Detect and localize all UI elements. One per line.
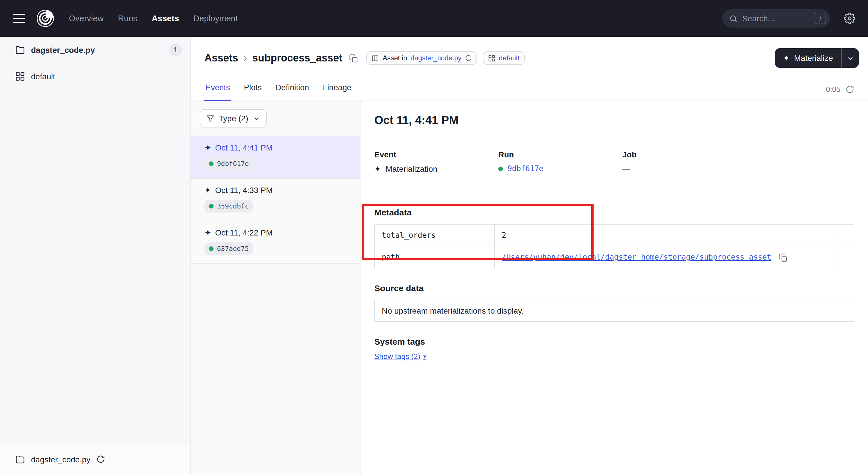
event-list-item[interactable]: ✦ Oct 11, 4:33 PM 359cdbfc bbox=[191, 178, 360, 220]
nav-item-deployment[interactable]: Deployment bbox=[193, 14, 238, 23]
top-navbar: Overview Runs Assets Deployment / bbox=[0, 0, 868, 37]
tab-plots[interactable]: Plots bbox=[243, 77, 263, 101]
metadata-key: total_orders bbox=[375, 224, 495, 246]
grid-icon bbox=[488, 54, 495, 62]
search-input[interactable] bbox=[742, 14, 810, 23]
event-type-value: Materialization bbox=[385, 164, 437, 174]
materialize-button[interactable]: ✦ Materialize bbox=[775, 48, 842, 68]
run-id-pill[interactable]: 359cdbfc bbox=[205, 200, 253, 212]
show-tags-toggle[interactable]: Show tags (2) ▾ bbox=[374, 352, 426, 361]
asset-chip-code-location-link[interactable]: dagster_code.py bbox=[410, 54, 461, 62]
main-panel: Assets › subprocess_asset bbox=[191, 37, 868, 475]
group-chip: default bbox=[483, 51, 525, 65]
event-detail-panel: Oct 11, 4:41 PM Event ✦ Materialization … bbox=[361, 101, 868, 475]
filter-icon bbox=[207, 115, 214, 122]
nav-item-runs[interactable]: Runs bbox=[118, 14, 137, 23]
materialization-icon: ✦ bbox=[205, 144, 211, 152]
tab-lineage[interactable]: Lineage bbox=[322, 77, 353, 101]
table-icon bbox=[372, 54, 379, 62]
footer-code-location-label: dagster_code.py bbox=[31, 455, 90, 464]
gear-icon[interactable] bbox=[844, 12, 856, 24]
asset-header: Assets › subprocess_asset bbox=[191, 37, 868, 68]
menu-icon[interactable] bbox=[12, 14, 25, 23]
chevron-down-icon bbox=[253, 115, 260, 122]
asset-chip-prefix: Asset in bbox=[383, 54, 407, 62]
page-title: subprocess_asset bbox=[252, 52, 342, 64]
asset-count-badge: 1 bbox=[169, 43, 182, 56]
group-chip-link[interactable]: default bbox=[499, 54, 520, 62]
event-summary: Event ✦ Materialization Run 9dbf617e bbox=[374, 150, 854, 174]
metadata-action-cell bbox=[838, 246, 854, 268]
run-status-dot bbox=[498, 166, 503, 171]
tab-events[interactable]: Events bbox=[205, 77, 231, 101]
type-filter-label: Type (2) bbox=[219, 114, 248, 123]
metadata-row: total_orders 2 bbox=[375, 224, 854, 246]
copy-path-icon[interactable] bbox=[778, 253, 787, 262]
source-data-heading: Source data bbox=[374, 283, 854, 293]
sparkle-icon: ✦ bbox=[783, 54, 789, 62]
event-list-item[interactable]: ✦ Oct 11, 4:41 PM 9dbf617e bbox=[191, 136, 360, 178]
sidebar-item-code-location[interactable]: dagster_code.py 1 bbox=[0, 37, 190, 63]
asset-location-chip: Asset in dagster_code.py bbox=[367, 51, 477, 65]
search-icon bbox=[729, 14, 738, 23]
code-location-label: dagster_code.py bbox=[31, 45, 95, 54]
metadata-row: path /Users/yuhan/dev/local/dagster_home… bbox=[375, 246, 854, 268]
asset-tabs: Events Plots Definition Lineage 0:05 bbox=[191, 77, 868, 101]
event-timestamp: Oct 11, 4:22 PM bbox=[215, 228, 272, 237]
run-id: 359cdbfc bbox=[217, 202, 249, 210]
run-status-dot bbox=[209, 204, 214, 208]
reload-icon[interactable] bbox=[465, 55, 472, 61]
event-detail-title: Oct 11, 4:41 PM bbox=[374, 114, 854, 127]
sidebar-footer-code-location[interactable]: dagster_code.py bbox=[0, 443, 190, 475]
event-label: Event bbox=[374, 150, 498, 159]
refresh-icon[interactable] bbox=[846, 85, 854, 94]
metadata-key: path bbox=[375, 246, 495, 268]
search-box[interactable]: / bbox=[722, 9, 830, 28]
run-id-link[interactable]: 9dbf617e bbox=[507, 164, 544, 173]
sidebar-item-group-default[interactable]: default bbox=[0, 63, 190, 90]
breadcrumb: Assets › subprocess_asset bbox=[205, 52, 342, 64]
breadcrumb-assets[interactable]: Assets bbox=[205, 52, 238, 64]
dagster-logo-icon[interactable] bbox=[36, 9, 55, 28]
group-label: default bbox=[31, 72, 55, 81]
metadata-action-cell bbox=[838, 224, 854, 246]
type-filter-button[interactable]: Type (2) bbox=[200, 109, 267, 127]
copy-asset-name-icon[interactable] bbox=[349, 54, 359, 63]
folder-icon bbox=[15, 44, 25, 55]
event-timestamp: Oct 11, 4:41 PM bbox=[215, 143, 272, 152]
run-status-dot bbox=[209, 246, 214, 251]
folder-icon bbox=[15, 454, 25, 464]
metadata-table: total_orders 2 path /Users/yuhan/dev/loc… bbox=[374, 224, 854, 268]
reload-location-icon[interactable] bbox=[96, 455, 105, 464]
show-tags-label: Show tags (2) bbox=[374, 352, 420, 361]
job-label: Job bbox=[622, 150, 854, 159]
app-viewport: Overview Runs Assets Deployment / bbox=[0, 0, 868, 475]
tab-definition[interactable]: Definition bbox=[274, 77, 310, 101]
materialize-dropdown-icon[interactable] bbox=[842, 48, 859, 68]
run-id: 637aed75 bbox=[217, 245, 249, 253]
path-link[interactable]: /Users/yuhan/dev/local/dagster_home/stor… bbox=[502, 253, 771, 261]
metadata-value: 2 bbox=[495, 224, 838, 246]
caret-down-icon: ▾ bbox=[423, 353, 426, 360]
run-label: Run bbox=[498, 150, 622, 159]
nav-item-assets[interactable]: Assets bbox=[152, 14, 179, 23]
run-id-pill[interactable]: 9dbf617e bbox=[205, 157, 253, 170]
run-id: 9dbf617e bbox=[217, 160, 249, 168]
run-id-pill[interactable]: 637aed75 bbox=[205, 242, 253, 255]
materialize-split-button: ✦ Materialize bbox=[775, 48, 859, 68]
nav-item-overview[interactable]: Overview bbox=[69, 14, 104, 23]
event-timestamp: Oct 11, 4:33 PM bbox=[215, 185, 272, 195]
breadcrumb-separator: › bbox=[243, 52, 247, 64]
asset-sidebar: dagster_code.py 1 default bbox=[0, 37, 191, 475]
materialize-label: Materialize bbox=[794, 53, 833, 63]
event-list-item[interactable]: ✦ Oct 11, 4:22 PM 637aed75 bbox=[191, 220, 360, 264]
source-data-empty-message: No upstream materializations to display. bbox=[374, 300, 854, 322]
metadata-heading: Metadata bbox=[374, 207, 854, 217]
run-status-dot bbox=[209, 161, 214, 166]
refresh-timer: 0:05 bbox=[826, 85, 840, 94]
primary-nav: Overview Runs Assets Deployment bbox=[69, 14, 238, 23]
system-tags-heading: System tags bbox=[374, 336, 854, 346]
materialization-icon: ✦ bbox=[374, 165, 381, 173]
events-list-panel: Type (2) ✦ Oct 11, 4:41 PM bbox=[191, 101, 361, 475]
divider bbox=[374, 191, 854, 191]
